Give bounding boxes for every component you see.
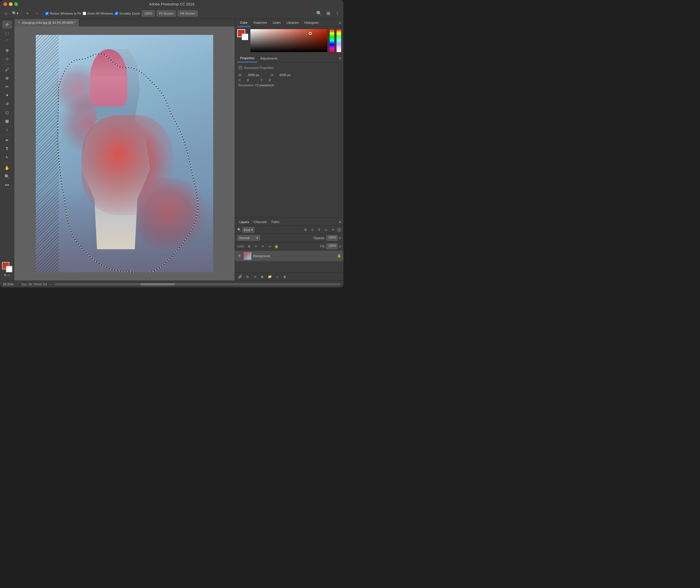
traffic-lights[interactable] bbox=[3, 2, 18, 6]
add-mask-icon[interactable]: ⊙ bbox=[252, 274, 258, 280]
fill-value-field[interactable]: 100% bbox=[326, 243, 338, 249]
dodge-tool[interactable]: ○ bbox=[2, 126, 12, 134]
tab-layers[interactable]: Layers bbox=[237, 218, 251, 226]
kind-dropdown[interactable]: Kind ▾ bbox=[242, 227, 254, 233]
darkness-gradient bbox=[250, 29, 327, 52]
document-icon bbox=[238, 66, 242, 70]
lock-transparent-btn[interactable]: ⊞ bbox=[246, 244, 251, 249]
new-layer-icon[interactable]: + bbox=[274, 274, 280, 280]
group-icon[interactable]: 📁 bbox=[267, 274, 273, 280]
tool-separator-3 bbox=[3, 162, 11, 163]
lock-all-btn[interactable]: 🔒 bbox=[274, 244, 279, 249]
brush-tool[interactable]: ✏ bbox=[2, 83, 12, 91]
search-icon[interactable]: 🔍 bbox=[315, 10, 323, 17]
close-tab-icon[interactable]: ✕ bbox=[18, 21, 20, 24]
quick-mask-icon[interactable]: ⊞ bbox=[4, 273, 6, 277]
filter-toggle[interactable] bbox=[337, 228, 341, 232]
zoom-tool[interactable]: 🔍 bbox=[2, 172, 12, 180]
share-icon[interactable]: ↑ bbox=[334, 10, 341, 17]
delete-layer-icon[interactable]: 🗑 bbox=[282, 274, 287, 280]
clone-tool[interactable]: ✦ bbox=[2, 91, 12, 99]
home-icon[interactable]: ⌂ bbox=[2, 10, 10, 17]
tab-libraries[interactable]: Libraries bbox=[283, 19, 301, 27]
tab-channels[interactable]: Channels bbox=[251, 218, 269, 226]
gradient-tool[interactable]: ▦ bbox=[2, 117, 12, 125]
status-arrow[interactable]: › bbox=[50, 283, 51, 286]
tab-paths[interactable]: Paths bbox=[269, 218, 282, 226]
fit-screen-btn[interactable]: Fit Screen bbox=[156, 10, 176, 17]
layer-item[interactable]: 👁 Background 🔒 bbox=[235, 251, 343, 261]
tab-swatches[interactable]: Swatches bbox=[250, 19, 270, 27]
zoom-in-icon[interactable]: + bbox=[24, 10, 31, 17]
hue-strip[interactable] bbox=[330, 29, 334, 52]
adjustment-icon[interactable]: ◐ bbox=[259, 274, 265, 280]
foreground-bg-swatch[interactable] bbox=[237, 29, 248, 40]
active-document-tab[interactable]: ✕ changing-color.jpg @ 33.3% (RGB/8) * bbox=[14, 19, 79, 26]
filter-shape-icon[interactable]: ▭ bbox=[323, 227, 328, 233]
horizontal-scrollbar[interactable] bbox=[55, 283, 340, 285]
search-layers-icon[interactable]: 🔍 bbox=[237, 228, 241, 232]
layers-menu-icon[interactable]: ≡ bbox=[339, 220, 341, 224]
panel-menu-icon[interactable]: ≡ bbox=[339, 21, 341, 25]
pen-tool[interactable]: ✒ bbox=[2, 136, 12, 144]
fx-icon[interactable]: fx bbox=[245, 274, 250, 280]
lock-artboard-btn[interactable]: ▭ bbox=[267, 244, 272, 249]
lasso-tool[interactable]: ⌒ bbox=[2, 38, 12, 46]
fill-btn[interactable]: ⊙ bbox=[339, 245, 341, 248]
tab-properties[interactable]: Properties bbox=[237, 54, 257, 62]
tab-learn[interactable]: Learn bbox=[270, 19, 283, 27]
workspace-icon[interactable]: ⊞ bbox=[324, 10, 332, 17]
marquee-tool[interactable]: ⬚ bbox=[2, 29, 12, 37]
link-layers-icon[interactable]: 🔗 bbox=[237, 274, 243, 280]
blend-mode-dropdown[interactable]: Normal ▾ bbox=[237, 235, 260, 241]
resolution-row: Resolution: 72 pixels/inch bbox=[238, 84, 340, 87]
properties-menu-icon[interactable]: ≡ bbox=[339, 56, 341, 61]
zoom-all-checkbox[interactable] bbox=[83, 12, 86, 15]
layer-visibility-toggle[interactable]: 👁 bbox=[237, 254, 242, 258]
bg-swatch[interactable] bbox=[242, 34, 248, 40]
scrollbar-thumb[interactable] bbox=[140, 283, 175, 285]
zoom-out-icon[interactable]: − bbox=[33, 10, 40, 17]
screen-mode-icon[interactable]: ▭ bbox=[7, 273, 10, 277]
eraser-tool[interactable]: ◻ bbox=[2, 108, 12, 116]
background-color[interactable] bbox=[6, 266, 12, 272]
zoom-percent-btn[interactable]: 100% bbox=[142, 10, 155, 17]
opacity-btn[interactable]: ⊙ bbox=[339, 237, 341, 240]
lock-image-btn[interactable]: ✏ bbox=[253, 244, 258, 249]
zoom-tool-icon[interactable]: 🔍▾ bbox=[11, 10, 19, 17]
eyedropper-tool[interactable]: 🖊 bbox=[2, 65, 12, 73]
lock-row: Lock: ⊞ ✏ ✦ ▭ 🔒 Fill: 100% ⊙ bbox=[235, 242, 343, 251]
color-selection-circle[interactable] bbox=[309, 32, 312, 35]
color-gradient-picker[interactable] bbox=[250, 29, 327, 52]
filter-pixel-icon[interactable]: ⊞ bbox=[303, 227, 308, 233]
lock-label: Lock: bbox=[237, 245, 245, 248]
filter-adjust-icon[interactable]: ⊙ bbox=[310, 227, 315, 233]
main-toolbar: ⌂ 🔍▾ + − Resize Windows to Fit Zoom All … bbox=[0, 8, 343, 19]
filter-smart-icon[interactable]: ✦ bbox=[330, 227, 335, 233]
tab-histogram[interactable]: Histogram bbox=[301, 19, 321, 27]
canvas-wrapper[interactable] bbox=[14, 26, 235, 281]
scrubby-zoom-checkbox[interactable] bbox=[115, 12, 118, 15]
type-tool[interactable]: T bbox=[2, 145, 12, 153]
filter-type-icon[interactable]: T bbox=[316, 227, 322, 233]
tab-adjustments[interactable]: Adjustments bbox=[257, 54, 280, 62]
maximize-button[interactable] bbox=[14, 2, 18, 6]
alpha-strip[interactable] bbox=[336, 29, 341, 52]
history-brush-tool[interactable]: ↺ bbox=[2, 100, 12, 108]
tab-color[interactable]: Color bbox=[237, 19, 250, 27]
foreground-background-colors[interactable] bbox=[2, 262, 12, 272]
hand-tool[interactable]: ✋ bbox=[2, 164, 12, 172]
close-button[interactable] bbox=[3, 2, 7, 6]
blend-opacity-row: Normal ▾ Opacity: 100% ⊙ bbox=[235, 234, 343, 242]
fill-screen-btn[interactable]: Fill Screen bbox=[178, 10, 198, 17]
minimize-button[interactable] bbox=[9, 2, 13, 6]
lock-position-btn[interactable]: ✦ bbox=[260, 244, 265, 249]
move-tool[interactable]: ✢ bbox=[2, 21, 12, 29]
quick-select-tool[interactable]: ⊕ bbox=[2, 46, 12, 54]
resize-windows-checkbox[interactable] bbox=[45, 12, 49, 15]
opacity-value-field[interactable]: 100% bbox=[326, 235, 338, 241]
healing-tool[interactable]: ⊛ bbox=[2, 74, 12, 82]
more-tools[interactable]: ••• bbox=[2, 181, 12, 189]
path-selection-tool[interactable]: ↖ bbox=[2, 153, 12, 161]
crop-tool[interactable]: ⊹ bbox=[2, 55, 12, 63]
